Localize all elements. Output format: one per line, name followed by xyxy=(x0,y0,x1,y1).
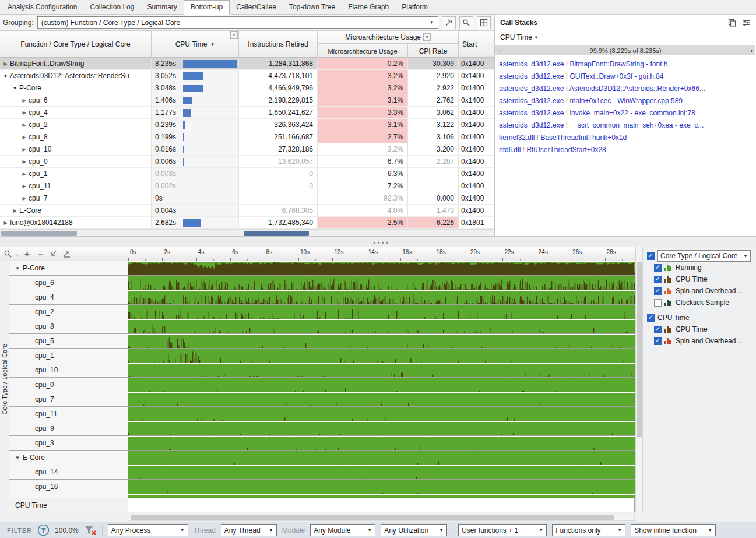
table-row[interactable]: ▶cpu_70s92.3%0.0000x1400 xyxy=(0,192,494,205)
table-row[interactable]: ▶func@0x1801421882.682s1,732,485,3402.5%… xyxy=(0,217,494,229)
inline-mode-filter[interactable]: Show inline function▼ xyxy=(631,524,716,536)
checkbox[interactable] xyxy=(654,326,662,333)
tab-summary[interactable]: Summary xyxy=(140,1,183,14)
checkbox[interactable] xyxy=(654,337,662,345)
expand-icon[interactable]: ▶ xyxy=(21,135,27,140)
timeline-row-label[interactable]: cpu_0 xyxy=(9,378,128,392)
timeline-row-label[interactable]: cpu_2 xyxy=(9,305,128,319)
tab-flame-graph[interactable]: Flame Graph xyxy=(342,1,395,14)
timeline-row-label[interactable]: cpu_10 xyxy=(9,363,128,378)
table-row[interactable]: ▼AsteroidsD3D12::Asteroids::RenderSu3.05… xyxy=(0,70,494,82)
timeline-track[interactable] xyxy=(128,436,635,451)
stack-metric-select[interactable]: CPU Time ▾ xyxy=(495,30,756,44)
cpu-time-band-track[interactable] xyxy=(128,498,635,512)
grouping-select[interactable]: (custom) Function / Core Type / Logical … xyxy=(37,16,438,29)
customize-grouping-button[interactable] xyxy=(442,16,456,29)
timeline-track[interactable] xyxy=(128,363,635,378)
call-stack-mode-filter[interactable]: User functions + 1▼ xyxy=(458,524,547,536)
collapse-icon[interactable]: ▼ xyxy=(2,73,9,79)
timeline-track[interactable] xyxy=(128,378,635,392)
column-header-instructions[interactable]: Instructions Retired xyxy=(239,31,318,58)
stack-frame[interactable]: asteroids_d3d12.exe ! BitmapFont::DrawSt… xyxy=(495,58,756,71)
zoom-out-button[interactable]: − xyxy=(36,249,45,258)
stack-frame[interactable]: asteroids_d3d12.exe ! __scrt_common_main… xyxy=(495,119,756,132)
timeline-track[interactable] xyxy=(128,276,635,290)
thread-filter[interactable]: Any Thread▼ xyxy=(221,524,277,536)
timeline-track[interactable] xyxy=(128,480,635,494)
column-header-cpu-time[interactable]: CPU Time ▼ » xyxy=(152,31,239,58)
stack-frame[interactable]: kernel32.dll ! BaseThreadInitThunk+0x1d xyxy=(495,132,756,144)
timeline-row-label[interactable]: cpu_1 xyxy=(9,349,128,363)
table-row[interactable]: ▶cpu_61.406s2,198,229,8153.1%2.7620x1400 xyxy=(0,94,494,107)
column-header-cpi-rate[interactable]: CPI Rate xyxy=(408,44,459,58)
timeline-row-label[interactable]: cpu_14 xyxy=(9,465,128,480)
time-ruler-ticks[interactable]: 0s2s4s6s8s10s12s14s16s18s20s22s24s26s28s xyxy=(128,247,635,261)
scroll-track[interactable] xyxy=(152,230,493,236)
search-button[interactable] xyxy=(459,16,473,29)
scroll-thumb[interactable] xyxy=(637,262,642,437)
timeline-row-label[interactable]: cpu_3 xyxy=(9,436,128,451)
expand-icon[interactable]: ▶ xyxy=(21,184,27,189)
collapse-icon[interactable]: ▼ xyxy=(15,455,20,460)
column-header-function[interactable]: Function / Core Type / Logical Core xyxy=(0,31,152,58)
clear-filter-icon[interactable] xyxy=(84,525,97,536)
scroll-thumb[interactable] xyxy=(1,231,77,236)
column-header-uarch-usage[interactable]: Microarchitecture Usage xyxy=(318,44,408,58)
tab-bottom-up[interactable]: Bottom-up xyxy=(184,0,230,15)
zoom-fit-button[interactable] xyxy=(49,249,58,258)
timeline-row-label[interactable]: ▼P-Core xyxy=(9,261,128,276)
timeline-row-label[interactable]: cpu_4 xyxy=(9,290,128,305)
zoom-region-button[interactable] xyxy=(62,249,72,258)
next-stack-button[interactable]: › xyxy=(747,47,755,55)
timeline-track[interactable] xyxy=(128,319,635,334)
tab-platform[interactable]: Platform xyxy=(395,1,434,14)
column-header-start[interactable]: Start xyxy=(459,31,494,58)
scroll-track[interactable] xyxy=(0,230,151,236)
utilization-filter[interactable]: Any Utilization▼ xyxy=(381,524,447,536)
settings-sliders-icon[interactable] xyxy=(742,19,751,27)
stack-frame[interactable]: asteroids_d3d12.exe ! GUIText::Draw+0x3f… xyxy=(495,71,756,83)
timeline-row-label[interactable]: cpu_11 xyxy=(9,407,128,421)
timeline-row-label[interactable]: cpu_7 xyxy=(9,392,128,407)
table-row[interactable]: ▶BitmapFont::DrawString8.235s1,284,311,8… xyxy=(0,58,494,70)
table-row[interactable]: ▶cpu_41.177s1,650,241,6273.3%3.0620x1400 xyxy=(0,107,494,119)
legend-band-select[interactable]: Core Type / Logical Core▼ xyxy=(657,250,751,262)
grid-horizontal-scrollbar[interactable] xyxy=(0,229,494,236)
zoom-in-button[interactable]: ＋ xyxy=(22,249,31,258)
expand-column-icon[interactable]: » xyxy=(230,31,238,39)
checkbox[interactable] xyxy=(654,264,662,272)
process-filter[interactable]: Any Process▼ xyxy=(108,524,188,536)
tab-collection-log[interactable]: Collection Log xyxy=(83,1,140,14)
copy-icon[interactable] xyxy=(728,19,736,27)
timeline-track[interactable] xyxy=(128,421,635,436)
table-row[interactable]: ▶cpu_110.002s07.2%0x1400 xyxy=(0,180,494,192)
table-row[interactable]: ▶cpu_00.006s13,620,0576.7%2.2870x1400 xyxy=(0,156,494,168)
timeline-track[interactable] xyxy=(128,305,635,319)
timeline-track[interactable] xyxy=(128,392,635,407)
horizontal-splitter[interactable]: ●●●● xyxy=(0,236,756,247)
table-row[interactable]: ▶cpu_80.199s251,166,6872.7%3.1060x1400 xyxy=(0,131,494,143)
expand-icon[interactable]: ▶ xyxy=(21,171,27,177)
expand-icon[interactable]: ▶ xyxy=(2,220,9,226)
timeline-row-label[interactable]: cpu_6 xyxy=(9,276,128,290)
timeline-row-label[interactable]: cpu_5 xyxy=(9,334,128,349)
collapse-icon[interactable]: ▼ xyxy=(15,266,20,271)
table-row[interactable]: ▶cpu_100.016s27,328,1863.2%3.2000x1400 xyxy=(0,143,494,156)
tab-top-down-tree[interactable]: Top-down Tree xyxy=(283,1,342,14)
table-row[interactable]: ▼P-Core3.048s4,466,949,7963.2%2.9220x140… xyxy=(0,82,494,94)
filter-badge-icon[interactable] xyxy=(37,524,50,536)
collapse-icon[interactable]: ▼ xyxy=(12,86,18,91)
expand-icon[interactable]: ▶ xyxy=(21,110,27,115)
expand-icon[interactable]: ▶ xyxy=(21,98,27,103)
timeline-track[interactable] xyxy=(128,451,635,465)
timeline-track[interactable] xyxy=(128,349,635,363)
timeline-track[interactable] xyxy=(128,290,635,305)
stack-frame[interactable]: asteroids_d3d12.exe ! AsteroidsD3D12::As… xyxy=(495,83,756,95)
expand-icon[interactable]: ▶ xyxy=(21,196,27,201)
module-filter[interactable]: Any Module▼ xyxy=(310,524,375,536)
timeline-row-label[interactable]: cpu_9 xyxy=(9,421,128,436)
expand-icon[interactable]: ▶ xyxy=(2,61,9,66)
tab-analysis-configuration[interactable]: Analysis Configuration xyxy=(1,1,83,14)
table-row[interactable]: ▶E-Core0.004s6,768,3054.0%1.4730x1400 xyxy=(0,205,494,217)
timeline-row-label[interactable]: ▼E-Core xyxy=(9,451,128,465)
